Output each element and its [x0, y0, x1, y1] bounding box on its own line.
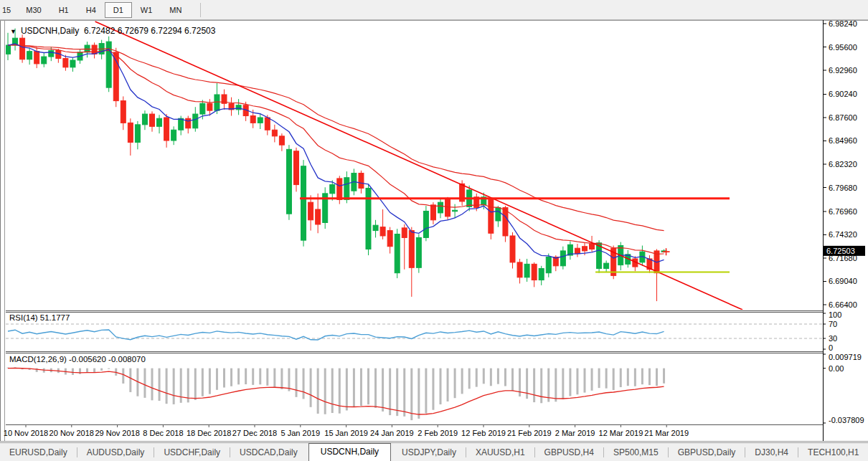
- candle: [200, 103, 205, 114]
- candle: [575, 248, 580, 253]
- rsi-tick-label: 100: [829, 310, 841, 319]
- date-tick-label: 21 Mar 2019: [644, 429, 689, 437]
- tab-gbpusd-h4[interactable]: GBPUSD,H4: [535, 444, 603, 461]
- price-tick-label: 6.69040: [829, 277, 857, 285]
- chart-dropdown-icon[interactable]: ▼: [10, 28, 16, 35]
- candle: [294, 151, 299, 185]
- price-chart-canvas[interactable]: 6.982406.956006.929606.902406.876006.849…: [0, 0, 868, 461]
- candle: [186, 118, 191, 128]
- rsi-tick-label: 70: [829, 320, 837, 328]
- tab-audusd-daily[interactable]: AUDUSD,Daily: [77, 444, 154, 461]
- rsi-tick-label: 30: [829, 334, 837, 343]
- candle: [453, 210, 458, 212]
- candle: [546, 257, 551, 273]
- candle: [135, 125, 140, 143]
- macd-panel: [8, 367, 664, 420]
- candle: [496, 208, 501, 221]
- tab-eurusd-daily[interactable]: EURUSD,Daily: [0, 444, 77, 461]
- candle: [42, 57, 47, 64]
- date-tick-label: 5 Jan 2019: [281, 429, 320, 437]
- price-tick-label: 6.87600: [829, 113, 857, 122]
- candle: [330, 185, 335, 194]
- candle: [489, 199, 494, 233]
- candle: [20, 38, 25, 60]
- date-tick-label: 12 Mar 2019: [599, 429, 643, 437]
- date-tick-label: 2 Mar 2019: [555, 429, 595, 437]
- candle: [416, 237, 421, 267]
- macd-tick-label: -0.037809: [829, 416, 864, 424]
- candle: [423, 211, 428, 237]
- timeframe-button-15[interactable]: 15: [0, 2, 17, 18]
- macd-indicator-label: MACD(12,26,9) -0.005620 -0.008070: [9, 355, 146, 363]
- date-tick-label: 15 Jan 2019: [324, 429, 368, 437]
- timeframe-button-h1[interactable]: H1: [50, 2, 77, 18]
- date-axis: 10 Nov 201820 Nov 201829 Nov 20188 Dec 2…: [4, 425, 689, 437]
- candle: [286, 149, 291, 214]
- timeframe-button-m30[interactable]: M30: [17, 2, 49, 18]
- current-price-label: 6.72503: [826, 247, 855, 255]
- tab-usdcnh-daily[interactable]: USDCNH,Daily: [308, 443, 391, 461]
- tab-usdchf-daily[interactable]: USDCHF,Daily: [154, 444, 230, 461]
- candle: [395, 234, 400, 273]
- candle: [121, 101, 126, 123]
- candle: [157, 118, 162, 126]
- date-tick-label: 24 Jan 2019: [370, 429, 414, 437]
- timeframe-button-h4[interactable]: H4: [77, 2, 105, 18]
- candle: [6, 45, 11, 54]
- candle: [316, 209, 321, 224]
- candle: [27, 52, 32, 60]
- tab-tech100-h1[interactable]: TECH100,H1: [798, 444, 868, 461]
- date-tick-label: 27 Dec 2018: [232, 429, 277, 437]
- candle: [34, 52, 39, 64]
- price-tick-label: 6.92960: [829, 66, 857, 75]
- price-tick-label: 6.90240: [829, 90, 857, 98]
- timeframe-button-d1[interactable]: D1: [105, 2, 132, 18]
- timeframe-button-w1[interactable]: W1: [132, 2, 161, 18]
- date-tick-label: 20 Nov 2018: [49, 429, 94, 437]
- candle: [164, 118, 169, 141]
- candle: [510, 236, 515, 262]
- candle: [250, 116, 255, 123]
- candle: [539, 269, 544, 280]
- price-tick-label: 6.79680: [829, 184, 857, 192]
- candle: [179, 118, 184, 130]
- candle: [150, 114, 155, 126]
- date-tick-label: 12 Feb 2019: [461, 429, 506, 437]
- candle: [445, 199, 450, 216]
- tab-gbpusd-daily[interactable]: GBPUSD,Daily: [669, 444, 745, 461]
- price-tick-label: 6.76960: [829, 207, 857, 216]
- macd-tick-label: 0.00: [829, 364, 844, 373]
- candle: [70, 60, 75, 67]
- timeframe-button-mn[interactable]: MN: [161, 2, 190, 18]
- rsi-panel: [6, 324, 823, 340]
- candle: [380, 227, 385, 236]
- candle: [524, 264, 529, 277]
- symbol-tab-bar: EURUSD,DailyAUDUSD,DailyUSDCHF,DailyUSDC…: [0, 442, 868, 461]
- date-tick-label: 8 Dec 2018: [143, 429, 183, 437]
- candle: [171, 130, 176, 141]
- tab-xauusd-h1[interactable]: XAUUSD,H1: [466, 444, 534, 461]
- tab-usdcad-daily[interactable]: USDCAD,Daily: [230, 444, 307, 461]
- timeframe-toolbar: 15M30H1H4D1W1MN: [0, 0, 868, 20]
- price-cross-marker: [663, 248, 670, 255]
- tab-usdjpy-daily[interactable]: USDJPY,Daily: [392, 444, 466, 461]
- candle: [373, 225, 378, 230]
- candle: [337, 179, 342, 200]
- tab-dj30-h4[interactable]: DJ30,H4: [745, 444, 798, 461]
- macd-tick-label: 0.009719: [829, 353, 862, 361]
- candle: [113, 52, 118, 101]
- candle: [517, 262, 522, 277]
- candle: [359, 174, 364, 189]
- candle: [430, 205, 435, 220]
- candle: [387, 231, 392, 247]
- toolbar-separator: [200, 3, 201, 17]
- candle: [128, 123, 133, 142]
- candle: [503, 208, 508, 236]
- tab-sp500-m15[interactable]: SP500,M15: [604, 444, 668, 461]
- main-plot-layer: [6, 22, 743, 310]
- candle: [560, 251, 565, 266]
- date-tick-label: 21 Feb 2019: [507, 429, 552, 437]
- candle: [308, 202, 313, 220]
- price-tick-label: 6.74320: [829, 230, 857, 239]
- price-tick-label: 6.95600: [829, 43, 857, 52]
